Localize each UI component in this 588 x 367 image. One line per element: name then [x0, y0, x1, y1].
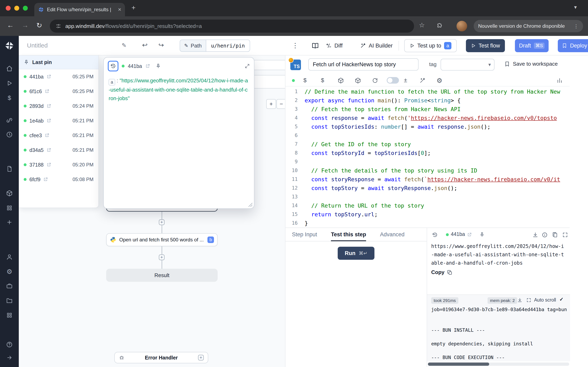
tab-advanced[interactable]: Advanced	[380, 228, 405, 241]
reload-button[interactable]: ↻	[36, 21, 42, 29]
last-pin-row[interactable]: d34a5 05:21 PM	[19, 143, 98, 157]
external-link-icon[interactable]	[47, 75, 51, 79]
code-line[interactable]: 9	[285, 157, 570, 166]
sidebar-add-icon[interactable]	[6, 219, 13, 225]
extensions-puzzle-icon[interactable]	[436, 23, 443, 29]
code-line[interactable]: 1// Define the main function to fetch th…	[285, 87, 570, 96]
history-icon[interactable]	[432, 232, 438, 238]
docs-book-icon[interactable]	[311, 42, 319, 49]
sidebar-scripts-icon[interactable]	[6, 166, 13, 172]
undo-button[interactable]: ↩	[142, 41, 148, 49]
window-close-button[interactable]	[6, 6, 11, 11]
code-line[interactable]: 5 const topStoriesIds: number[] = await …	[285, 122, 570, 131]
sidebar-apps-icon[interactable]	[6, 205, 13, 211]
last-pin-row[interactable]: 6fcf9 05:08 PM	[19, 172, 98, 187]
external-link-icon[interactable]	[43, 177, 48, 182]
insert-step-button[interactable]: +	[159, 219, 164, 225]
last-pin-row[interactable]: 1e4ab 05:21 PM	[19, 113, 98, 128]
chrome-update-button[interactable]: Nouvelle version de Chrome disponible ⋮	[474, 20, 583, 32]
external-link-icon[interactable]	[45, 133, 49, 138]
code-line[interactable]: 3 // Fetch the top stories from Hacker N…	[285, 105, 570, 114]
sidebar-flows-icon[interactable]	[6, 190, 13, 197]
last-pin-row[interactable]: 37188 05:20 PM	[19, 157, 98, 172]
copy-result-button[interactable]: Copy	[431, 269, 452, 275]
sidebar-help-icon[interactable]	[6, 341, 13, 348]
bookmark-star-icon[interactable]: ☆	[419, 21, 425, 29]
editor-toggle[interactable]	[387, 77, 399, 83]
dependencies-icon[interactable]	[338, 77, 344, 83]
sidebar-variables-icon[interactable]: $	[6, 95, 13, 101]
download-logs-icon[interactable]	[517, 298, 522, 303]
tab-step-input[interactable]: Step Input	[292, 228, 317, 241]
path-value[interactable]: u/henri/pin	[206, 40, 250, 51]
redo-button[interactable]: ↪	[158, 41, 164, 49]
back-button[interactable]: ←	[7, 21, 14, 29]
code-line[interactable]: 12 const topStory = await storyResponse.…	[285, 184, 570, 192]
last-pin-row[interactable]: 441ba 05:25 PM	[19, 69, 98, 84]
flow-node-b[interactable]: Open url and fetch first 500 words of ..…	[106, 233, 218, 246]
package-icon[interactable]	[355, 77, 361, 83]
profile-avatar[interactable]	[457, 21, 467, 31]
resize-handle[interactable]	[248, 202, 252, 207]
run-button[interactable]: Run ⌘↵	[338, 247, 374, 260]
window-zoom-button[interactable]	[23, 6, 28, 11]
draft-button[interactable]: Draft ⌘S	[515, 39, 549, 52]
pin-icon[interactable]	[156, 63, 161, 69]
external-link-icon[interactable]	[45, 89, 49, 94]
diff-button[interactable]: Diff	[323, 39, 345, 52]
layout-columns-icon[interactable]	[557, 77, 563, 83]
test-up-to-button[interactable]: Test up to a	[404, 39, 457, 52]
code-line[interactable]: 11 const storyResponse = await fetch(`ht…	[285, 175, 570, 184]
cache-icon[interactable]: $	[321, 77, 324, 83]
error-handler-node[interactable]: Error Handler +	[114, 352, 208, 363]
result-node[interactable]: Result	[106, 269, 218, 282]
expand-popup-icon[interactable]	[245, 63, 250, 69]
sidebar-folders-icon[interactable]	[6, 297, 13, 304]
external-link-icon[interactable]	[467, 233, 472, 237]
history-button[interactable]	[108, 61, 118, 71]
path-control[interactable]: ✎ Path u/henri/pin	[180, 40, 250, 52]
code-line[interactable]: 4 const response = await fetch('https://…	[285, 114, 570, 122]
last-pin-row[interactable]: cfee3 05:21 PM	[19, 128, 98, 143]
tab-test-this-step[interactable]: Test this step	[331, 228, 366, 241]
windmill-logo-icon[interactable]	[4, 41, 14, 50]
external-link-icon[interactable]	[47, 104, 51, 108]
code-line[interactable]: 15 return topStory.url;	[285, 210, 570, 219]
code-line[interactable]: 14 // Return the URL of the top story	[285, 201, 570, 210]
test-flow-button[interactable]: Test flow	[466, 39, 505, 52]
sidebar-settings-icon[interactable]: ⚙	[6, 268, 13, 275]
last-pin-row[interactable]: 2893d 05:24 PM	[19, 99, 98, 113]
sidebar-runs-icon[interactable]	[6, 80, 13, 86]
code-line[interactable]: 7 // Get the ID of the top story	[285, 140, 570, 149]
code-editor[interactable]: 1// Define the main function to fetch th…	[285, 87, 570, 227]
cost-icon[interactable]: $	[303, 77, 307, 83]
zoom-out-button[interactable]: −	[277, 99, 285, 109]
info-icon[interactable]	[542, 232, 548, 238]
code-line[interactable]: 8 const topStoryId = topStoriesIds[0];	[285, 149, 570, 157]
code-line[interactable]: 10 // Fetch the details of the top story…	[285, 166, 570, 175]
editor-settings-gear-icon[interactable]: ⚙	[437, 77, 442, 84]
reload-icon[interactable]	[372, 77, 378, 83]
new-tab-button[interactable]: +	[131, 4, 136, 12]
auto-scroll-checkbox[interactable]: ✓	[559, 296, 563, 302]
expand-logs-icon[interactable]	[526, 298, 531, 303]
zoom-in-button[interactable]: +	[266, 99, 276, 109]
url-bar[interactable]: app.windmill.dev/flows/edit/u/henri/pin_…	[50, 20, 414, 33]
external-link-icon[interactable]	[47, 148, 51, 152]
sidebar-workers-icon[interactable]	[6, 283, 13, 289]
tab-search-chevron-icon[interactable]: ▾	[574, 4, 577, 10]
error-handler-add-button[interactable]: +	[198, 355, 204, 360]
last-pin-row[interactable]: 6f1c6 05:25 PM	[19, 84, 98, 99]
code-line[interactable]: 2export async function main(): Promise<s…	[285, 96, 570, 105]
edit-title-pencil-icon[interactable]: ✎	[122, 42, 126, 49]
flow-title[interactable]: Untitled	[27, 42, 48, 49]
sidebar-logs-icon[interactable]	[6, 312, 13, 318]
sidebar-schedules-icon[interactable]	[6, 131, 13, 138]
sidebar-collapse-icon[interactable]	[6, 354, 13, 361]
site-settings-icon[interactable]	[56, 23, 61, 29]
insert-step-button[interactable]: +	[159, 254, 164, 260]
external-link-icon[interactable]	[47, 162, 51, 167]
sidebar-user-icon[interactable]	[6, 254, 13, 260]
ai-wand-icon[interactable]	[419, 77, 425, 83]
window-minimize-button[interactable]	[14, 6, 19, 11]
